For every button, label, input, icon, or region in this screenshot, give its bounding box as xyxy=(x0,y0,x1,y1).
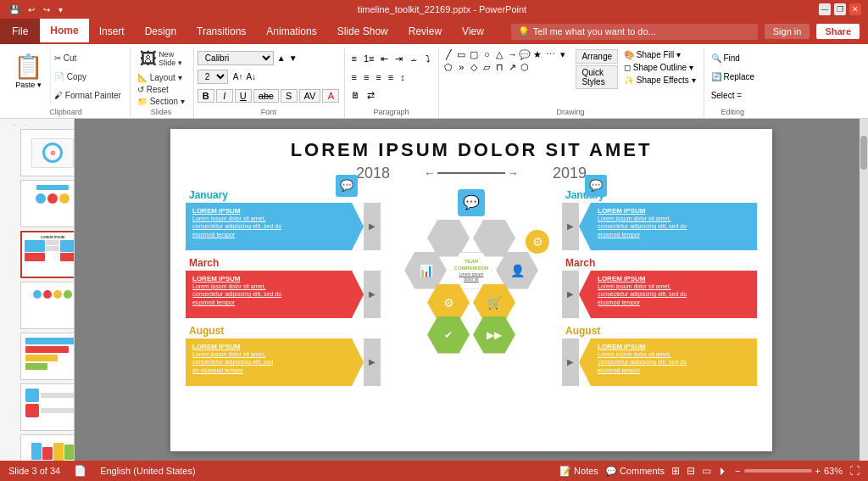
section-icon[interactable]: 📄 xyxy=(74,465,86,477)
convert-button[interactable]: ⇄ xyxy=(364,88,377,103)
scroll-thumb[interactable] xyxy=(860,136,867,170)
font-family-select[interactable]: Calibri xyxy=(198,51,274,65)
save-button[interactable]: 💾 xyxy=(7,4,22,15)
fit-window-button[interactable]: ⛶ xyxy=(849,465,860,477)
notes-button[interactable]: 📝 Notes xyxy=(559,466,598,477)
minimize-button[interactable]: — xyxy=(819,3,831,15)
decrease-indent-button[interactable]: ⇤ xyxy=(378,52,391,66)
font-size-down[interactable]: ▼ xyxy=(289,53,298,63)
zoom-slider[interactable] xyxy=(744,469,812,473)
shadow-button[interactable]: S xyxy=(281,89,298,103)
menu-insert[interactable]: Insert xyxy=(89,19,135,44)
slide-thumb-3[interactable]: 3 LOREM IPSUM xyxy=(3,231,70,278)
justify-button[interactable]: ≡ xyxy=(386,70,396,84)
shape-round-rect[interactable]: ▢ xyxy=(468,49,480,60)
new-slide-button[interactable]: 🖼 NewSlide ▾ xyxy=(136,48,186,70)
strikethrough-button[interactable]: abc xyxy=(253,89,279,103)
increase-font-size[interactable]: A↑ xyxy=(233,72,243,81)
menu-design[interactable]: Design xyxy=(135,19,186,44)
comments-button[interactable]: 💬 Comments xyxy=(605,466,665,477)
quick-styles-button[interactable]: QuickStyles xyxy=(576,65,618,89)
columns-button[interactable]: ⫠ xyxy=(407,52,421,66)
zoom-out-button[interactable]: − xyxy=(735,466,740,476)
text-direction-button[interactable]: ⤵ xyxy=(423,52,433,66)
smartart-button[interactable]: 🗎 xyxy=(348,88,363,103)
increase-indent-button[interactable]: ⇥ xyxy=(392,52,405,66)
format-painter-button[interactable]: 🖌 Format Painter xyxy=(51,90,125,101)
slide-thumb-7[interactable]: 7 ☆ xyxy=(3,434,70,461)
shape-chevron[interactable]: » xyxy=(455,62,467,73)
customize-qat-button[interactable]: ▾ xyxy=(56,4,65,15)
shape-parallelogram[interactable]: ▱ xyxy=(481,62,492,73)
shape-cube[interactable]: ⬡ xyxy=(519,62,531,73)
slide-canvas[interactable]: LOREM IPSUM DOLOR SIT AMET 2018 ← → 2019 xyxy=(170,129,772,451)
shape-pentagon[interactable]: ⬠ xyxy=(442,62,454,73)
line-spacing-button[interactable]: ↕ xyxy=(398,70,408,84)
redo-button[interactable]: ↪ xyxy=(41,4,53,15)
select-button[interactable]: Select = xyxy=(708,89,758,102)
undo-button[interactable]: ↩ xyxy=(25,4,37,15)
align-left-button[interactable]: ≡ xyxy=(348,70,359,84)
shape-oval[interactable]: ○ xyxy=(481,49,492,60)
arrange-button[interactable]: Arrange xyxy=(576,49,618,64)
slide-thumb-5[interactable]: 5 ☆ xyxy=(3,333,70,380)
slide-thumb-1[interactable]: 1 ⊕ ☆ xyxy=(3,129,70,176)
find-button[interactable]: 🔍 Find xyxy=(708,52,758,64)
slide-thumb-6[interactable]: 6 ☆ xyxy=(3,383,70,431)
shape-line[interactable]: ╱ xyxy=(442,49,454,60)
shape-rect[interactable]: ▭ xyxy=(455,49,467,60)
align-right-button[interactable]: ≡ xyxy=(373,70,383,84)
view-slideshow-button[interactable]: ⏵ xyxy=(718,465,728,477)
section-button[interactable]: 📁 Section ▾ xyxy=(134,96,188,107)
shape-triangle[interactable]: △ xyxy=(493,49,505,60)
maximize-button[interactable]: ❐ xyxy=(834,3,846,15)
font-color-button[interactable]: A xyxy=(322,89,339,103)
layout-button[interactable]: 📐 Layout ▾ xyxy=(134,72,188,83)
tell-me-box[interactable]: 💡 Tell me what you want to do... xyxy=(511,24,758,40)
char-spacing-button[interactable]: AV xyxy=(299,89,321,103)
view-normal-button[interactable]: ⊞ xyxy=(671,465,680,477)
paste-button[interactable]: 📋 Paste ▾ xyxy=(7,49,51,104)
menu-review[interactable]: Review xyxy=(398,19,452,44)
section-label: Default... xyxy=(3,122,70,126)
decrease-font-size[interactable]: A↓ xyxy=(247,72,257,81)
sign-in-button[interactable]: Sign in xyxy=(765,24,810,39)
shape-connector[interactable]: ↗ xyxy=(506,62,518,73)
shape-more[interactable]: ⋯ xyxy=(544,49,556,60)
align-center-button[interactable]: ≡ xyxy=(361,70,371,84)
shapes-dropdown[interactable]: ▾ xyxy=(557,49,569,60)
view-reading-button[interactable]: ▭ xyxy=(702,465,711,477)
numbering-button[interactable]: 1≡ xyxy=(361,52,377,66)
shape-cylinder[interactable]: ⊓ xyxy=(493,62,505,73)
menu-file[interactable]: File xyxy=(0,19,40,44)
close-button[interactable]: ✕ xyxy=(849,3,861,15)
font-size-up[interactable]: ▲ xyxy=(277,53,286,63)
shape-fill-button[interactable]: 🎨 Shape Fill ▾ xyxy=(621,49,698,60)
share-button[interactable]: Share xyxy=(816,24,860,39)
copy-button[interactable]: 📄 Copy xyxy=(51,71,125,82)
shape-outline-button[interactable]: ◻ Shape Outline ▾ xyxy=(621,62,698,73)
bold-button[interactable]: B xyxy=(198,89,214,103)
slide-thumb-4[interactable]: 4 ☆ xyxy=(3,282,70,329)
shape-star[interactable]: ★ xyxy=(531,49,543,60)
italic-button[interactable]: I xyxy=(216,89,233,103)
shape-callout[interactable]: 💬 xyxy=(519,49,531,60)
menu-slideshow[interactable]: Slide Show xyxy=(327,19,398,44)
zoom-in-button[interactable]: + xyxy=(815,466,821,476)
slide-thumb-2[interactable]: 2 ☆ xyxy=(3,180,70,227)
menu-transitions[interactable]: Transitions xyxy=(186,19,256,44)
shape-effects-button[interactable]: ✨ Shape Effects ▾ xyxy=(621,75,698,86)
shape-diamond[interactable]: ◇ xyxy=(468,62,480,73)
replace-button[interactable]: 🔄 Replace xyxy=(708,70,758,83)
bullets-button[interactable]: ≡ xyxy=(348,52,359,66)
view-slidesorter-button[interactable]: ⊟ xyxy=(687,465,695,477)
underline-button[interactable]: U xyxy=(235,89,252,103)
reset-button[interactable]: ↺ Reset xyxy=(134,84,188,95)
menu-home[interactable]: Home xyxy=(40,19,88,44)
menu-view[interactable]: View xyxy=(452,19,494,44)
shape-arrow[interactable]: → xyxy=(506,49,518,60)
cut-button[interactable]: ✂ Cut xyxy=(51,53,125,64)
vertical-scrollbar[interactable] xyxy=(860,119,868,461)
menu-animations[interactable]: Animations xyxy=(256,19,326,44)
font-size-select[interactable]: 24 xyxy=(198,70,228,84)
